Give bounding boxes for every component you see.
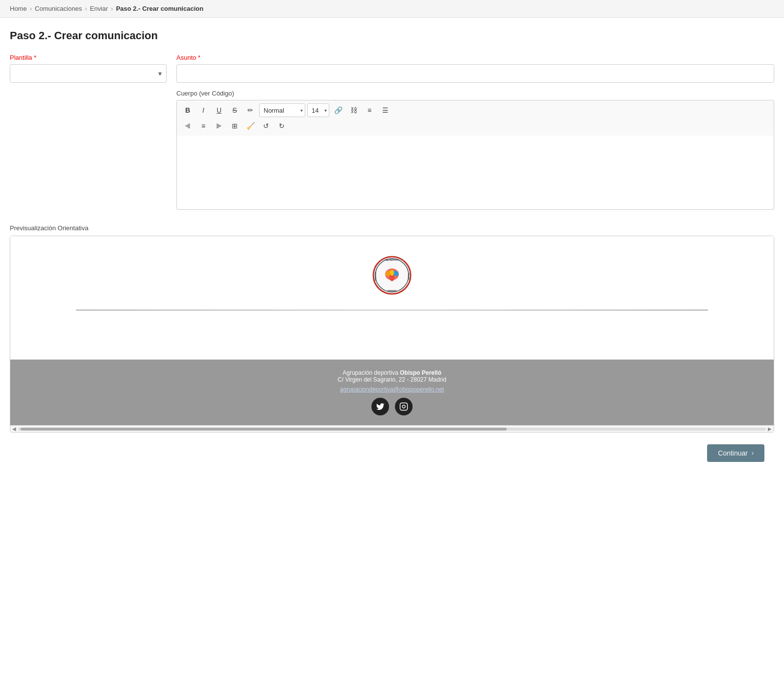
plantilla-select-wrapper[interactable]: ▾ xyxy=(10,64,167,83)
page-title: Paso 2.- Crear comunicacion xyxy=(10,29,774,42)
undo-button[interactable]: ↺ xyxy=(259,119,273,133)
editor-toolbar: B I U S ✏ Normal Heading 1 Heading 2 ▾ xyxy=(176,100,774,136)
style-select[interactable]: Normal Heading 1 Heading 2 xyxy=(259,103,305,117)
link-button[interactable]: 🔗 xyxy=(331,103,345,117)
style-select-wrapper[interactable]: Normal Heading 1 Heading 2 ▾ xyxy=(259,103,305,117)
footer-actions: Continuar › xyxy=(10,444,774,462)
fontsize-select-wrapper[interactable]: 14 10 12 16 18 24 ▾ xyxy=(307,103,329,117)
preview-logo-area: agrupación OBISPO deportiva Perelló xyxy=(372,256,412,295)
breadcrumb-enviar[interactable]: Enviar xyxy=(90,5,108,12)
asunto-input[interactable] xyxy=(176,64,774,83)
fontsize-select[interactable]: 14 10 12 16 18 24 xyxy=(307,103,329,117)
scrollbar-track[interactable] xyxy=(18,428,766,431)
twitter-icon[interactable] xyxy=(371,398,389,415)
align-left-button[interactable]: ⫷ xyxy=(181,119,195,133)
strikethrough-button[interactable]: S xyxy=(228,103,242,117)
preview-divider xyxy=(76,310,708,311)
instagram-icon[interactable] xyxy=(395,398,413,415)
scroll-right-arrow[interactable]: ▶ xyxy=(768,426,772,432)
color-picker-button[interactable]: ✏ xyxy=(244,103,257,117)
align-center-button[interactable]: ≡ xyxy=(196,119,210,133)
breadcrumb-sep-2: › xyxy=(85,5,87,12)
ordered-list-button[interactable]: ☰ xyxy=(378,103,392,117)
svg-text:agrupación: agrupación xyxy=(386,258,399,261)
clear-format-button[interactable]: 🧹 xyxy=(244,119,257,133)
plantilla-label: Plantilla * xyxy=(10,54,167,61)
right-fields: Asunto * Cuerpo (ver Código) B I U S ✏ N… xyxy=(176,54,774,210)
breadcrumb: Home › Comunicaciones › Enviar › Paso 2.… xyxy=(0,0,784,18)
svg-point-7 xyxy=(390,270,394,276)
continue-chevron-icon: › xyxy=(752,450,754,457)
plantilla-field-group: Plantilla * ▾ xyxy=(10,54,167,83)
breadcrumb-sep-3: › xyxy=(111,5,113,12)
preview-address: C/ Virgen del Sagrario, 22 - 28027 Madri… xyxy=(15,376,769,383)
editor-body[interactable] xyxy=(176,136,774,210)
unordered-list-button[interactable]: ≡ xyxy=(363,103,376,117)
align-justify-button[interactable]: ⊞ xyxy=(228,119,242,133)
preview-container: agrupación OBISPO deportiva Perelló A xyxy=(10,236,774,433)
breadcrumb-current: Paso 2.- Crear comunicacion xyxy=(116,5,203,12)
svg-rect-12 xyxy=(400,403,408,410)
bold-button[interactable]: B xyxy=(181,103,195,117)
preview-email-body: agrupación OBISPO deportiva Perelló xyxy=(10,236,774,360)
preview-email-link[interactable]: agrupaciondeportiva@obispoperello.net xyxy=(340,386,444,393)
preview-inner: agrupación OBISPO deportiva Perelló A xyxy=(10,236,774,425)
align-right-button[interactable]: ⫸ xyxy=(212,119,226,133)
scroll-left-arrow[interactable]: ◀ xyxy=(12,426,16,432)
continue-label: Continuar xyxy=(718,449,748,457)
preview-scrollbar[interactable]: ◀ ▶ xyxy=(10,425,774,432)
preview-org-name: Agrupación deportiva Obispo Perelló xyxy=(15,369,769,376)
cuerpo-label: Cuerpo (ver Código) xyxy=(176,90,774,97)
scrollbar-thumb[interactable] xyxy=(21,428,507,431)
toolbar-row-2: ⫷ ≡ ⫸ ⊞ 🧹 ↺ ↻ xyxy=(181,119,770,133)
preview-footer: Agrupación deportiva Obispo Perelló C/ V… xyxy=(10,360,774,425)
preview-email: agrupaciondeportiva@obispoperello.net xyxy=(15,386,769,393)
continue-button[interactable]: Continuar › xyxy=(707,444,764,462)
breadcrumb-sep-1: › xyxy=(30,5,32,12)
toolbar-row-1: B I U S ✏ Normal Heading 1 Heading 2 ▾ xyxy=(181,103,770,117)
preview-section: Previsualización Orientativa xyxy=(10,224,774,433)
svg-text:deportiva: deportiva xyxy=(374,271,377,281)
unlink-button[interactable]: ⛓ xyxy=(347,103,361,117)
svg-text:OBISPO: OBISPO xyxy=(387,290,397,292)
breadcrumb-home[interactable]: Home xyxy=(10,5,27,12)
form-section: Plantilla * ▾ Asunto * Cuerpo (ver Códig… xyxy=(10,54,774,210)
svg-text:Perelló: Perelló xyxy=(407,273,410,280)
preview-logo: agrupación OBISPO deportiva Perelló xyxy=(372,256,412,295)
asunto-label: Asunto * xyxy=(176,54,774,61)
breadcrumb-comunicaciones[interactable]: Comunicaciones xyxy=(35,5,82,12)
preview-social xyxy=(15,398,769,415)
underline-button[interactable]: U xyxy=(212,103,226,117)
plantilla-select[interactable] xyxy=(10,64,167,83)
redo-button[interactable]: ↻ xyxy=(275,119,289,133)
editor-editable[interactable] xyxy=(182,141,769,204)
preview-label: Previsualización Orientativa xyxy=(10,224,774,232)
italic-button[interactable]: I xyxy=(196,103,210,117)
